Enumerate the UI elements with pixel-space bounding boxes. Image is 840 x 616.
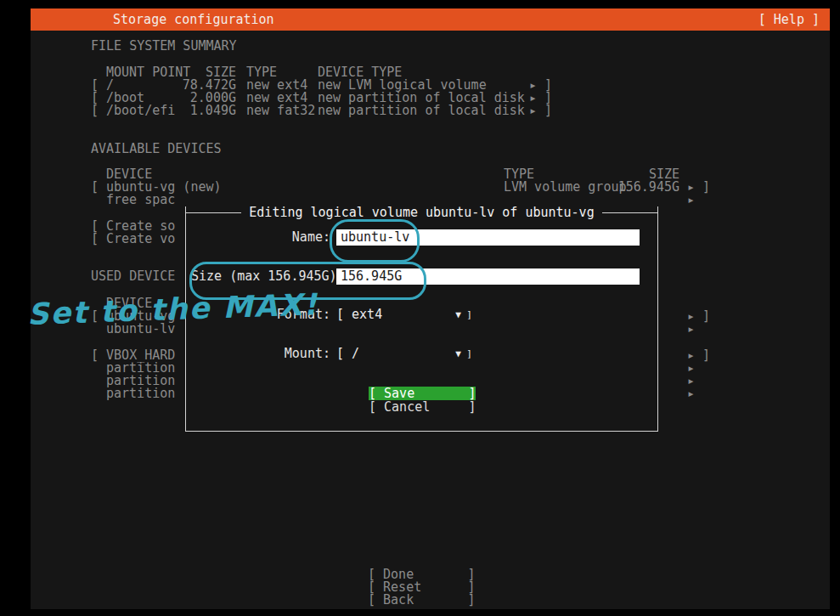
expand-arrow-icon[interactable]: ▸ (687, 387, 695, 400)
device-type: new partition of local disk (318, 105, 525, 117)
fs-summary-section-title: FILE SYSTEM SUMMARY (91, 40, 821, 53)
mount-select[interactable]: [ / ▼ ] (336, 346, 472, 362)
mount-label: Mount: (191, 346, 330, 362)
title-bar: Storage configuration [ Help ] (31, 8, 830, 31)
device-name: partition (106, 387, 175, 400)
size-input[interactable] (336, 268, 640, 285)
fs-type: new fat32 (246, 105, 315, 117)
device-row-ubuntu-vg[interactable]: [ ubuntu-vg (new) LVM volume group 156.9… (91, 181, 821, 194)
cancel-button[interactable]: [ Cancel ] (369, 400, 476, 414)
fs-row-boot-efi[interactable]: [ /boot/efi 1.049G new fat32 new partiti… (91, 105, 821, 117)
size-value: 1.049G (172, 105, 236, 117)
dialog-title-text: Editing logical volume ubuntu-lv of ubun… (241, 205, 601, 220)
mount-point: /boot/efi (106, 105, 175, 117)
available-devices-section-title: AVAILABLE DEVICES (91, 143, 821, 155)
format-label: Format: (191, 307, 330, 323)
save-button[interactable]: [ Save ] (369, 387, 476, 400)
installer-screen: { "topbar": { "title": "Storage configur… (0, 0, 840, 616)
mount-selected-value: [ / (336, 346, 359, 362)
name-input[interactable] (336, 229, 640, 246)
format-select[interactable]: [ ext4 ▼ ] (336, 307, 472, 323)
edit-logical-volume-dialog: Editing logical volume ubuntu-lv of ubun… (185, 206, 658, 432)
back-button[interactable]: [ Back ] (368, 594, 475, 607)
help-button[interactable]: [ Help ] (758, 8, 820, 31)
dialog-title: Editing logical volume ubuntu-lv of ubun… (186, 206, 657, 219)
dropdown-caret-icon: ▼ ] (455, 346, 472, 362)
device-name: ubuntu-lv (106, 323, 175, 336)
expand-arrow-icon[interactable]: ▸ ] (529, 105, 552, 117)
size-label: Size (max 156.945G): (191, 268, 330, 285)
row-open-bracket: [ (91, 105, 99, 117)
size-value: 156.945G (603, 181, 679, 194)
expand-arrow-icon[interactable]: ▸ (687, 194, 695, 206)
name-label: Name: (191, 229, 330, 246)
terminal-screen: Storage configuration [ Help ] FILE SYST… (31, 8, 830, 609)
device-name: free spac (106, 194, 175, 206)
page-title: Storage configuration (113, 8, 274, 31)
format-selected-value: [ ext4 (336, 307, 382, 323)
expand-arrow-icon[interactable]: ▸ (687, 323, 695, 336)
dropdown-caret-icon: ▼ ] (455, 307, 472, 323)
